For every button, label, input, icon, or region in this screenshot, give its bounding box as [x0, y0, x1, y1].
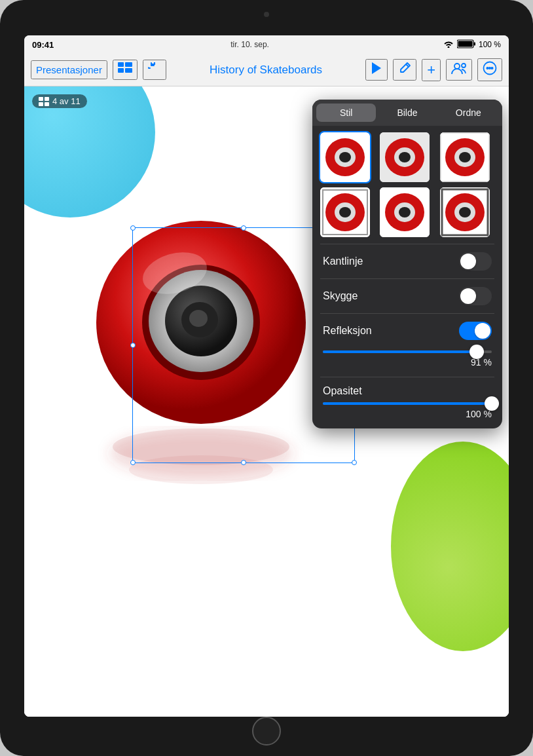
svg-rect-28	[45, 102, 49, 106]
status-right: 100 %	[443, 39, 501, 50]
svg-marker-7	[372, 62, 381, 74]
kantlinje-label: Kantlinje	[323, 255, 363, 267]
skygge-toggle-knob	[460, 288, 476, 304]
slide-counter-label: 4 av 11	[52, 96, 81, 106]
image-styles-grid	[312, 126, 502, 244]
style-thumb-5[interactable]	[380, 187, 430, 237]
kantlinje-toggle[interactable]	[459, 252, 492, 271]
skygge-toggle[interactable]	[459, 287, 492, 305]
back-button[interactable]: Presentasjoner	[31, 60, 107, 79]
svg-rect-6	[125, 68, 132, 73]
style-thumb-6[interactable]	[440, 187, 490, 237]
undo-button[interactable]	[143, 60, 166, 80]
pen-button[interactable]	[393, 59, 416, 81]
handle-bl[interactable]	[130, 460, 136, 465]
camera	[264, 12, 269, 17]
kantlinje-toggle-knob	[460, 254, 476, 269]
style-thumb-3[interactable]	[440, 132, 490, 182]
style-thumb-2[interactable]	[380, 132, 430, 182]
handle-tm[interactable]	[241, 225, 246, 231]
style-thumb-4[interactable]	[320, 187, 370, 237]
skygge-row: Skygge	[312, 279, 502, 313]
svg-point-14	[491, 67, 492, 69]
more-button[interactable]	[477, 58, 502, 81]
panel-tabs: Stil Bilde Ordne	[312, 100, 502, 126]
opasitet-slider-row: 100 %	[312, 400, 502, 428]
skygge-label: Skygge	[323, 290, 358, 302]
play-button[interactable]	[365, 59, 388, 81]
status-bar: 09:41 tir. 10. sep. 100 %	[24, 35, 509, 54]
opasitet-slider-fill	[323, 402, 492, 405]
screen: 09:41 tir. 10. sep. 100 % Presentasjoner	[24, 35, 509, 717]
opasitet-slider-track[interactable]	[323, 402, 492, 405]
kantlinje-row: Kantlinje	[312, 244, 502, 278]
svg-rect-1	[458, 41, 472, 47]
svg-rect-5	[118, 68, 124, 73]
svg-point-32	[339, 152, 351, 162]
ipad-frame: 09:41 tir. 10. sep. 100 % Presentasjoner	[0, 0, 533, 756]
svg-point-10	[462, 64, 466, 67]
tab-stil[interactable]: Stil	[316, 104, 376, 122]
svg-point-40	[459, 152, 471, 162]
svg-point-49	[399, 207, 411, 217]
refleksjon-label: Refleksjon	[323, 325, 372, 337]
tab-ordne[interactable]: Ordne	[439, 104, 498, 122]
battery-label: 100 %	[479, 40, 501, 49]
refleksjon-slider-track[interactable]	[323, 350, 492, 353]
presentation-title: History of Skateboards	[172, 64, 360, 77]
format-panel: Stil Bilde Ordne	[312, 100, 502, 428]
slide-counter: 4 av 11	[32, 94, 87, 108]
svg-rect-4	[125, 62, 132, 67]
collab-button[interactable]	[446, 59, 472, 81]
refleksjon-slider-fill	[323, 350, 477, 353]
svg-rect-26	[45, 97, 49, 101]
refleksjon-slider-thumb[interactable]	[469, 345, 484, 359]
svg-point-13	[489, 67, 490, 69]
svg-rect-25	[39, 97, 43, 101]
refleksjon-toggle-knob	[475, 323, 490, 339]
slides-panel-button[interactable]	[113, 60, 138, 80]
style-thumb-1[interactable]	[320, 132, 370, 182]
wifi-icon	[443, 40, 454, 50]
svg-point-9	[454, 64, 460, 69]
opasitet-slider-thumb[interactable]	[485, 396, 499, 411]
svg-rect-2	[473, 42, 475, 45]
svg-point-36	[399, 152, 411, 162]
status-date: tir. 10. sep.	[230, 40, 269, 49]
opasitet-value: 100 %	[323, 409, 492, 419]
svg-point-53	[459, 207, 471, 217]
add-button[interactable]: +	[422, 59, 441, 81]
tab-bilde[interactable]: Bilde	[377, 104, 437, 122]
handle-tl[interactable]	[130, 225, 136, 231]
wheel-image[interactable]	[77, 172, 325, 486]
toolbar: Presentasjoner History of Skateboards +	[24, 54, 509, 86]
opasitet-label: Opasitet	[312, 377, 502, 400]
slide-area[interactable]: 4 av 11 Stil Bilde Ordne	[24, 86, 509, 717]
handle-ml[interactable]	[130, 343, 136, 348]
svg-point-12	[487, 67, 488, 69]
svg-rect-27	[39, 102, 43, 106]
handle-bm[interactable]	[241, 460, 246, 465]
refleksjon-row: Refleksjon	[312, 314, 502, 348]
handle-br[interactable]	[352, 460, 357, 465]
status-time: 09:41	[32, 40, 54, 50]
svg-rect-3	[118, 62, 124, 67]
refleksjon-slider-row: 91 %	[312, 348, 502, 377]
refleksjon-value: 91 %	[323, 357, 492, 368]
svg-point-44	[339, 207, 351, 217]
battery-icon	[457, 39, 475, 50]
refleksjon-toggle[interactable]	[459, 322, 492, 340]
home-button[interactable]	[252, 717, 281, 746]
